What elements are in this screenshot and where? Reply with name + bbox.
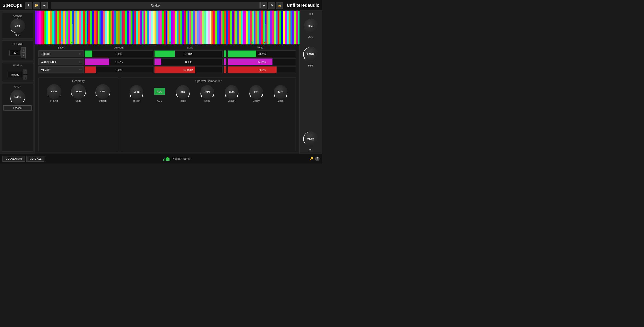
window-arrows: ‹ › [23, 69, 27, 80]
spectral-knob-item-3: 40.8% Knee [200, 85, 214, 102]
spectrum-bar [127, 11, 129, 44]
spectrum-bar [164, 11, 166, 44]
help-icon[interactable]: ? [315, 156, 320, 161]
spectrum-bar [154, 11, 156, 44]
preset-bar: Crake ▶ ⚙ 🔒 [51, 2, 283, 9]
spectrum-bar [263, 11, 265, 44]
effect-select-1[interactable]: Glitchy Shift‹› [38, 58, 84, 65]
lock-button[interactable]: 🔒 [276, 2, 283, 9]
spectral-knob-label-4: Attack [228, 100, 235, 102]
spectrum-bar [175, 11, 177, 44]
spectrum-bar [230, 11, 232, 44]
spectrum-bar [88, 11, 90, 44]
spectral-section: Spectral Compander -71 dB Thresh AGC AGC [121, 78, 296, 152]
effect-mini-bar-0[interactable] [224, 50, 226, 57]
spectral-knob-wrap-5[interactable]: 0.0% [250, 85, 263, 99]
mix-knob[interactable]: 91.7% [304, 132, 318, 146]
window-down-button[interactable]: › [23, 75, 27, 80]
effect-select-2[interactable]: MP3ify‹› [38, 66, 84, 73]
effects-header: Effect Amount Start Width [38, 46, 296, 49]
spectrum-bar [171, 11, 173, 44]
footer: MODULATION MUTE ALL Plugin Alliance 🔑 ? [0, 154, 322, 164]
effect-start-bar-1[interactable]: 86Hz [154, 58, 223, 65]
back-button[interactable]: ◀ [41, 2, 48, 9]
fft-down-button[interactable]: › [22, 53, 26, 58]
spectrum-bar [234, 11, 236, 44]
spectral-knob-value-3: 40.8% [204, 91, 210, 93]
spectrum-bar [298, 11, 300, 44]
spectrum-bar [237, 11, 239, 44]
spectrum-bar [103, 11, 105, 44]
spectral-knob-wrap-4[interactable]: 37.8% [225, 85, 238, 99]
spectral-knob-item-4: 37.8% Attack [225, 85, 238, 102]
pa-bar-1 [163, 159, 164, 161]
download-button[interactable]: ⬇ [25, 2, 32, 9]
window-up-button[interactable]: ‹ [23, 69, 27, 74]
spectrum-bar [74, 11, 76, 44]
geometry-knob-0[interactable]: 0.0 st P. Shift [47, 84, 61, 102]
folder-button[interactable]: 📂 [33, 2, 40, 9]
effect-amount-bar-1[interactable]: 18.0% [85, 58, 153, 65]
spectral-knob-face-4: 37.8% [225, 85, 238, 99]
effect-amount-bar-2[interactable]: 8.0% [85, 66, 153, 73]
spectral-knob-wrap-0[interactable]: -71 dB [130, 85, 143, 99]
spectrum-bar [66, 11, 68, 44]
next-preset-button[interactable]: ▶ [260, 2, 267, 9]
spectrum-bar [186, 11, 188, 44]
modulation-button[interactable]: MODULATION [2, 156, 25, 162]
geometry-knob-2[interactable]: 0.8% Stretch [96, 84, 110, 102]
spectral-knob-item-1: AGC AGC [154, 84, 165, 102]
filter-knob[interactable]: 2.72kHz [304, 47, 318, 62]
effect-width-bar-0[interactable]: 41.4% [228, 50, 296, 57]
spectrum-bar [144, 11, 145, 44]
agc-button[interactable]: AGC [154, 88, 165, 95]
geometry-knob-wrap-2[interactable]: 0.8% [96, 84, 110, 99]
spectral-knob-wrap-2[interactable]: 3.0:1 [176, 85, 190, 99]
preset-name[interactable]: Crake [51, 2, 260, 9]
effect-col-width: Width [226, 46, 296, 49]
analysis-gain-knob[interactable]: 1.0x [10, 18, 25, 33]
agc-label: AGC [157, 100, 162, 102]
spectrum-bar [257, 11, 259, 44]
mix-label: Mix [309, 149, 313, 152]
spectrum-bar [266, 11, 268, 44]
key-icon[interactable]: 🔑 [309, 157, 314, 161]
geometry-knob-face-1: -31.4% [71, 84, 86, 99]
geometry-title: Geometry [42, 80, 115, 83]
speed-knob[interactable]: 100% [10, 90, 25, 104]
spectral-knob-wrap-6[interactable]: 36.7% [274, 85, 287, 99]
mute-all-button[interactable]: MUTE ALL [26, 156, 44, 162]
settings-button[interactable]: ⚙ [268, 2, 275, 9]
spectrum-bar [278, 11, 280, 44]
spectrum-bar [206, 11, 208, 44]
effects-rows: Expand‹›5.5%344Hz41.4%Glitchy Shift‹›18.… [38, 50, 296, 73]
effect-mini-bar-2[interactable] [224, 66, 226, 73]
geometry-knob-1[interactable]: -31.4% Slide [71, 84, 86, 102]
marker-dot [60, 42, 63, 44]
spectrum-bar [228, 11, 230, 44]
spectral-knob-item-5: 0.0% Decay [250, 85, 263, 102]
spectrum-bar [57, 11, 59, 44]
effect-mini-bar-1[interactable] [224, 58, 226, 65]
effect-select-0[interactable]: Expand‹› [38, 50, 84, 57]
spectrum-bar [217, 11, 219, 44]
fft-up-button[interactable]: ‹ [22, 47, 26, 52]
effect-start-bar-0[interactable]: 344Hz [154, 50, 223, 57]
spectrum-bar [184, 11, 186, 44]
window-value: Glitchy [8, 72, 22, 77]
spectrum-bar [83, 11, 85, 44]
effect-width-bar-2[interactable]: 71.5% [228, 66, 296, 73]
spectral-knob-item-0: -71 dB Thresh [130, 85, 143, 102]
geometry-knob-wrap-0[interactable]: 0.0 st [47, 84, 61, 99]
out-gain-knob[interactable]: 0.5x [304, 19, 318, 33]
marker-dot [251, 42, 253, 44]
effect-amount-bar-0[interactable]: 5.5% [85, 50, 153, 57]
spectrum-bar [193, 11, 195, 44]
effect-width-bar-1[interactable]: 65.4% [228, 58, 296, 65]
effect-start-bar-2[interactable]: 1.29kHz [154, 66, 223, 73]
spectrum-bar [268, 11, 270, 44]
spectral-knob-wrap-3[interactable]: 40.8% [200, 85, 214, 99]
freeze-button[interactable]: Freeze [4, 106, 32, 110]
footer-left: MODULATION MUTE ALL [2, 156, 44, 162]
geometry-knob-wrap-1[interactable]: -31.4% [71, 84, 86, 99]
